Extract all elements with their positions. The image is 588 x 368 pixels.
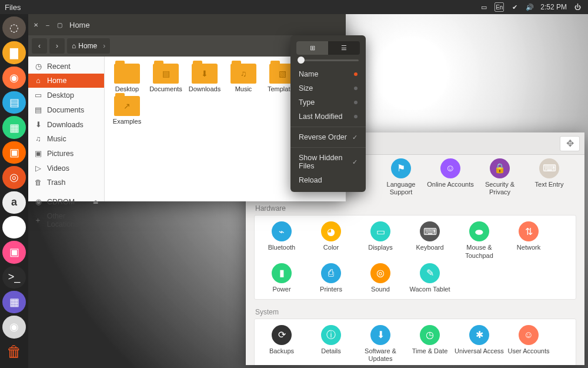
launcher-trash[interactable]: 🗑	[2, 341, 26, 363]
sort-by-size[interactable]: Size	[290, 81, 366, 95]
sidebar-item-pictures[interactable]: ▣Pictures	[28, 146, 104, 161]
bluetooth-icon: ⌁	[272, 221, 292, 241]
folder-examples[interactable]: ↗Examples	[111, 96, 143, 125]
window-minimize-button[interactable]: –	[44, 21, 52, 29]
pictures-icon: ▣	[34, 149, 42, 158]
folder-downloads[interactable]: ⬇Downloads	[188, 64, 221, 92]
zoom-slider[interactable]	[298, 59, 359, 61]
zoom-slider-thumb[interactable]	[298, 57, 305, 64]
settings-displays[interactable]: ▭Displays	[356, 221, 405, 259]
settings-item-label: Security & Privacy	[475, 181, 524, 196]
folder-music[interactable]: ♫Music	[227, 64, 260, 92]
launcher-ubuntu[interactable]: ◎	[2, 166, 26, 188]
popover-reload[interactable]: Reload	[290, 173, 366, 187]
files-window-title: Home	[69, 21, 90, 29]
sidebar-item-videos[interactable]: ▷Videos	[28, 161, 104, 175]
documents-icon: ▤	[34, 105, 42, 114]
launcher-amazon[interactable]: a	[2, 191, 26, 214]
tray-updates-icon[interactable]: ✔	[510, 2, 519, 12]
sidebar-item-label: Desktop	[47, 91, 74, 100]
settings-network[interactable]: ⇅Network	[504, 221, 553, 259]
settings-user-accounts[interactable]: ☺User Accounts	[504, 325, 553, 363]
folder-documents[interactable]: ▤Documents	[149, 64, 182, 92]
launcher-firefox[interactable]: ◉	[2, 67, 26, 89]
settings-universal-access[interactable]: ✱Universal Access	[455, 325, 504, 363]
tray-power-icon[interactable]: ⏻	[573, 2, 582, 12]
settings-text-entry[interactable]: ⌨Text Entry	[524, 158, 574, 196]
eject-icon[interactable]: ⏏	[93, 198, 98, 205]
sidebar-item-cdrom[interactable]: ◉CDROM⏏	[28, 194, 104, 209]
view-mode-list[interactable]: ☰	[328, 41, 360, 55]
launcher-dash[interactable]: ◌	[2, 16, 26, 39]
sidebar-item-label: Downloads	[47, 121, 83, 129]
settings-search-button[interactable]: ✥	[560, 136, 580, 151]
window-close-button[interactable]: ✕	[32, 21, 40, 29]
launcher-disc[interactable]: ◉	[2, 316, 26, 338]
launcher-document[interactable]: ▤	[2, 91, 26, 114]
sort-by-name[interactable]: Name	[290, 67, 366, 81]
settings-security-privacy[interactable]: 🔒Security & Privacy	[475, 158, 524, 196]
tray-volume-icon[interactable]: 🔊	[525, 2, 534, 12]
displays-icon: ▭	[370, 221, 390, 241]
launcher-files[interactable]: ▇	[2, 41, 26, 64]
settings-bluetooth[interactable]: ⌁Bluetooth	[257, 221, 306, 259]
sidebar-item-music[interactable]: ♫Music	[28, 132, 104, 146]
nav-forward-button[interactable]: ›	[49, 38, 65, 54]
launcher-calculator[interactable]: ▦	[2, 291, 26, 313]
tray-screen-icon[interactable]: ▭	[479, 2, 489, 12]
settings-backups[interactable]: ⟳Backups	[257, 325, 306, 363]
popover-separator	[290, 147, 366, 148]
settings-sound[interactable]: ◎Sound	[356, 263, 405, 293]
sidebar-item-recent[interactable]: ◷Recent	[28, 59, 104, 74]
settings-item-label: Sound	[371, 286, 390, 293]
home-icon: ⌂	[34, 77, 42, 85]
settings-mouse-touchpad[interactable]: ⬬Mouse & Touchpad	[455, 221, 504, 259]
sidebar-item-trash[interactable]: 🗑Trash	[28, 175, 104, 190]
launcher-pink[interactable]: ▣	[2, 241, 26, 263]
settings-item-label: Printers	[320, 286, 342, 293]
sidebar-item-desktop[interactable]: ▭Desktop	[28, 88, 104, 102]
sort-by-type[interactable]: Type	[290, 95, 366, 110]
sort-by-last-modified[interactable]: Last Modified	[290, 110, 366, 124]
folder-label: Desktop	[115, 85, 139, 92]
sidebar-item-documents[interactable]: ▤Documents	[28, 102, 104, 117]
launcher-toggle[interactable]: ⊙	[2, 216, 26, 238]
sidebar-item-home[interactable]: ⌂Home	[28, 74, 104, 88]
window-maximize-button[interactable]: ▢	[55, 21, 64, 29]
view-mode-icons[interactable]: ⊞	[296, 41, 328, 55]
files-sidebar: ◷Recent⌂Home▭Desktop▤Documents⬇Downloads…	[28, 57, 105, 201]
sidebar-item-downloads[interactable]: ⬇Downloads	[28, 117, 104, 132]
files-titlebar[interactable]: ✕ – ▢ Home	[28, 14, 346, 35]
home-icon: ⌂	[72, 42, 76, 50]
settings-language-support[interactable]: ⚑Language Support	[376, 158, 426, 196]
tray-keyboard-indicator[interactable]: En	[495, 2, 504, 12]
path-bar[interactable]: ⌂ Home ›	[67, 38, 110, 54]
folder-label: Music	[235, 85, 252, 92]
top-menubar: Files ▭ En ✔ 🔊 2:52 PM ⏻	[0, 0, 588, 14]
network-icon: ⇅	[519, 221, 539, 241]
other-locations-icon: ＋	[34, 216, 42, 226]
settings-power[interactable]: ▮Power	[257, 263, 306, 293]
popover-reverse-order[interactable]: Reverse Order✓	[290, 130, 366, 144]
sidebar-item-label: Trash	[47, 178, 66, 187]
tray-clock[interactable]: 2:52 PM	[540, 3, 567, 11]
nav-back-button[interactable]: ‹	[32, 38, 47, 54]
settings-keyboard[interactable]: ⌨Keyboard	[405, 221, 455, 259]
time-date-icon: ◷	[420, 325, 440, 345]
launcher-terminal[interactable]: >_	[2, 266, 26, 289]
folder-desktop[interactable]: Desktop	[111, 64, 143, 92]
settings-time-date[interactable]: ◷Time & Date	[405, 325, 455, 363]
popover-show-hidden[interactable]: Show Hidden Files✓	[290, 151, 366, 173]
power-icon: ▮	[272, 263, 292, 283]
settings-color[interactable]: ◕Color	[306, 221, 356, 259]
settings-details[interactable]: ⓘDetails	[306, 325, 356, 363]
settings-printers[interactable]: ⎙Printers	[306, 263, 356, 293]
folder-label: Documents	[149, 85, 182, 92]
launcher-calc-green[interactable]: ▦	[2, 116, 26, 138]
sort-label: Type	[299, 98, 315, 107]
settings-wacom-tablet[interactable]: ✎Wacom Tablet	[405, 263, 455, 293]
launcher-software[interactable]: ▣	[2, 141, 26, 164]
settings-online-accounts[interactable]: ☺Online Accounts	[426, 158, 475, 196]
settings-software-updates[interactable]: ⬇Software & Updates	[356, 325, 405, 363]
sidebar-item-other-locations[interactable]: ＋Other Locations	[28, 209, 104, 231]
